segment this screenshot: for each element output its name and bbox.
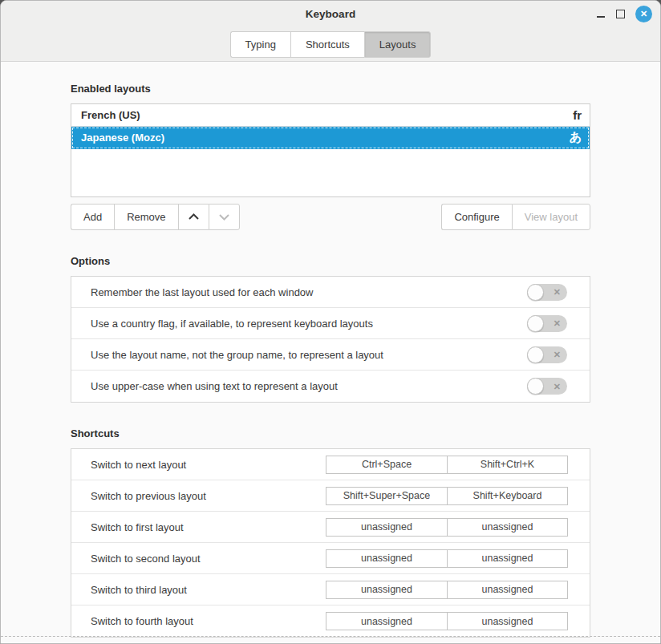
toggle-off-icon: ✕ [554,382,561,391]
shortcut-label: Switch to next layout [91,459,326,471]
scroll-area-focus-line [1,636,660,637]
window-header: Keyboard ✕ Typing Shortcuts Layouts [1,1,660,62]
keybinding-button[interactable]: unassigned [326,581,447,599]
toggle-remember-layout[interactable]: ✕ [527,284,567,301]
shortcut-row-previous-layout: Switch to previous layout Shift+Super+Sp… [71,480,590,512]
tab-switcher: Typing Shortcuts Layouts [1,31,660,58]
keybinding-button[interactable]: unassigned [326,612,447,630]
option-label: Use a country flag, if available, to rep… [91,318,527,330]
window-controls: ✕ [596,1,652,27]
move-up-button[interactable] [178,204,209,230]
titlebar: Keyboard ✕ [1,1,660,27]
option-label: Use upper-case when using text to repres… [91,380,527,392]
enabled-layouts-list: French (US) fr Japanese (Mozc) あ [71,103,590,197]
toggle-knob [527,315,544,332]
shortcut-label: Switch to fourth layout [91,615,326,627]
layouts-page: Enabled layouts French (US) fr Japanese … [1,62,660,643]
keybinding-group: unassigned unassigned [326,518,568,537]
layouts-toolbar: Add Remove Configure View layout [71,204,590,230]
keybinding-button[interactable]: unassigned [447,518,568,537]
shortcut-row-first-layout: Switch to first layout unassigned unassi… [71,512,590,543]
option-row-layout-name: Use the layout name, not the group name,… [71,339,590,371]
shortcuts-heading: Shortcuts [71,427,590,439]
toggle-off-icon: ✕ [554,350,561,359]
keybinding-button[interactable]: unassigned [326,549,447,568]
enabled-layouts-heading: Enabled layouts [71,83,590,95]
remove-button[interactable]: Remove [114,204,177,230]
keybinding-group: Ctrl+Space Shift+Ctrl+K [326,456,568,474]
toggle-knob [527,284,544,301]
close-icon[interactable]: ✕ [635,6,652,22]
keybinding-group: unassigned unassigned [326,581,568,599]
shortcut-label: Switch to previous layout [91,490,326,502]
layout-badge: あ [570,130,582,145]
shortcuts-panel: Switch to next layout Ctrl+Space Shift+C… [71,448,590,638]
option-row-country-flag: Use a country flag, if available, to rep… [71,308,590,339]
keybinding-button[interactable]: unassigned [447,581,568,599]
options-heading: Options [71,255,590,267]
chevron-down-icon [218,213,230,221]
shortcut-label: Switch to first layout [91,521,326,533]
option-label: Use the layout name, not the group name,… [91,349,527,361]
shortcut-label: Switch to third layout [91,584,326,596]
option-row-upper-case: Use upper-case when using text to repres… [71,371,590,402]
chevron-up-icon [188,213,200,221]
layout-edit-buttons: Add Remove [71,204,240,230]
layout-name: French (US) [81,109,573,121]
view-layout-button[interactable]: View layout [512,204,590,230]
tab-typing[interactable]: Typing [230,31,290,58]
shortcut-label: Switch to second layout [91,553,326,565]
window-title: Keyboard [306,8,355,20]
toggle-off-icon: ✕ [554,319,561,328]
option-label: Remember the last layout used for each w… [91,286,527,298]
layout-row-japanese[interactable]: Japanese (Mozc) あ [71,127,590,149]
keybinding-group: unassigned unassigned [326,549,568,568]
keybinding-button[interactable]: unassigned [447,549,568,568]
layout-view-buttons: Configure View layout [441,204,590,230]
options-panel: Remember the last layout used for each w… [71,276,590,403]
minimize-icon[interactable] [596,9,606,19]
layout-row-french[interactable]: French (US) fr [71,104,590,127]
keybinding-button[interactable]: Ctrl+Space [326,456,447,474]
configure-button[interactable]: Configure [441,204,511,230]
option-row-remember-layout: Remember the last layout used for each w… [71,277,590,308]
keybinding-button[interactable]: unassigned [447,612,568,630]
tab-layouts[interactable]: Layouts [364,31,432,58]
toggle-knob [527,378,544,395]
shortcut-row-fourth-layout: Switch to fourth layout unassigned unass… [71,606,590,637]
toggle-upper-case[interactable]: ✕ [527,378,567,395]
toggle-layout-name[interactable]: ✕ [527,346,567,363]
move-down-button[interactable] [209,204,240,230]
shortcut-row-next-layout: Switch to next layout Ctrl+Space Shift+C… [71,449,590,480]
shortcut-row-second-layout: Switch to second layout unassigned unass… [71,543,590,574]
layout-badge: fr [573,108,582,122]
layout-name: Japanese (Mozc) [81,132,570,144]
toggle-knob [527,346,544,363]
keybinding-button[interactable]: Shift+Keyboard [447,487,568,505]
add-button[interactable]: Add [71,204,114,230]
keybinding-button[interactable]: Shift+Ctrl+K [447,456,568,474]
keybinding-button[interactable]: unassigned [326,518,447,537]
keyboard-settings-window: Keyboard ✕ Typing Shortcuts Layouts Enab… [0,0,661,644]
keybinding-group: unassigned unassigned [326,612,568,630]
shortcut-row-third-layout: Switch to third layout unassigned unassi… [71,574,590,606]
keybinding-group: Shift+Super+Space Shift+Keyboard [326,487,568,505]
toggle-off-icon: ✕ [554,288,561,297]
maximize-icon[interactable] [616,10,625,18]
toggle-country-flag[interactable]: ✕ [527,315,567,332]
keybinding-button[interactable]: Shift+Super+Space [326,487,447,505]
tab-shortcuts[interactable]: Shortcuts [290,31,364,58]
